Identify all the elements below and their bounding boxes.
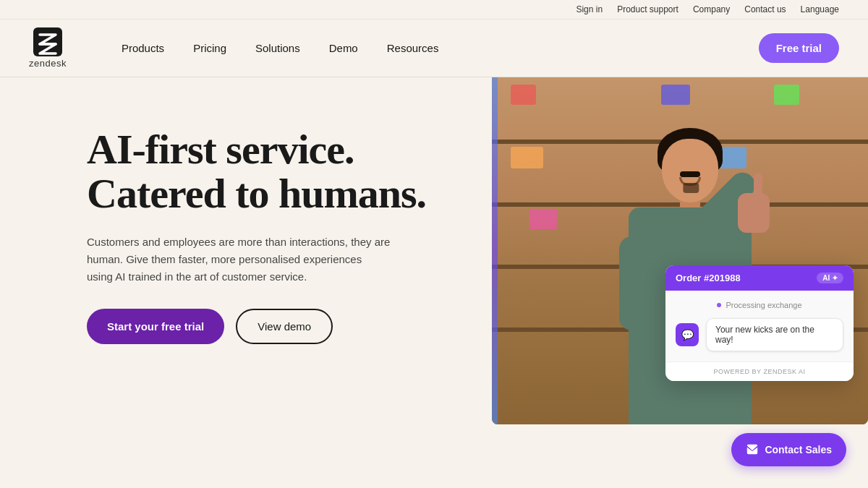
chat-header: Order #201988 AI ✦ [665,265,854,291]
person-pointing-finger [754,173,762,203]
language-link[interactable]: Language [801,4,839,14]
svg-rect-0 [33,27,62,56]
chat-footer: POWERED BY ZENDESK AI [665,361,854,381]
ai-badge: AI ✦ [817,273,843,283]
chat-widget: Order #201988 AI ✦ Processing exchange 💬… [665,265,854,381]
hero-description: Customers and employees are more than in… [87,234,391,286]
chat-order-label: Order #201988 [676,273,741,283]
chat-body: Processing exchange 💬 Your new kicks are… [665,291,854,361]
product-support-link[interactable]: Product support [617,4,678,14]
contact-us-link[interactable]: Contact us [744,4,786,14]
contact-sales-button[interactable]: Contact Sales [731,433,846,466]
resources-nav-link[interactable]: Resources [375,36,451,60]
logo-text: zendesk [29,58,67,69]
shoe-box-3 [774,85,799,105]
logo-link[interactable]: zendesk [29,27,67,69]
chat-avatar: 💬 [676,323,699,346]
shoe-box-6 [529,209,557,229]
hero-title: AI-first service. Catered to humans. [87,128,434,216]
shoe-box-1 [511,85,536,105]
person-mustache [680,171,700,177]
company-link[interactable]: Company [693,4,730,14]
chat-bubble: Your new kicks are on the way! [706,318,843,351]
chat-message-row: 💬 Your new kicks are on the way! [676,318,843,351]
zendesk-logo-icon [33,27,62,56]
sign-in-link[interactable]: Sign in [576,4,603,14]
hero-buttons: Start your free trial View demo [87,309,434,344]
hero-section: AI-first service. Catered to humans. Cus… [0,77,868,488]
shoe-box-2 [661,85,690,105]
processing-label: Processing exchange [726,301,801,309]
processing-row: Processing exchange [676,301,843,309]
view-demo-button[interactable]: View demo [236,309,333,344]
pricing-nav-link[interactable]: Pricing [182,36,238,60]
chat-avatar-icon: 💬 [681,329,694,341]
mail-icon [746,443,759,456]
hero-photo: Order #201988 AI ✦ Processing exchange 💬… [492,77,868,424]
free-trial-button[interactable]: Free trial [759,33,839,63]
contact-sales-label: Contact Sales [765,444,832,455]
solutions-nav-link[interactable]: Solutions [244,36,312,60]
demo-nav-link[interactable]: Demo [318,36,370,60]
hero-content: AI-first service. Catered to humans. Cus… [87,106,434,344]
hero-image-area: Order #201988 AI ✦ Processing exchange 💬… [492,77,868,488]
person-beard [683,183,699,193]
processing-dot [717,303,721,307]
led-strip [492,77,498,424]
start-free-trial-button[interactable]: Start your free trial [87,309,224,344]
nav-links: Products Pricing Solutions Demo Resource… [110,36,759,60]
shoe-box-4 [511,147,543,168]
utility-bar: Sign in Product support Company Contact … [0,0,868,20]
navbar: zendesk Products Pricing Solutions Demo … [0,20,868,77]
products-nav-link[interactable]: Products [110,36,176,60]
